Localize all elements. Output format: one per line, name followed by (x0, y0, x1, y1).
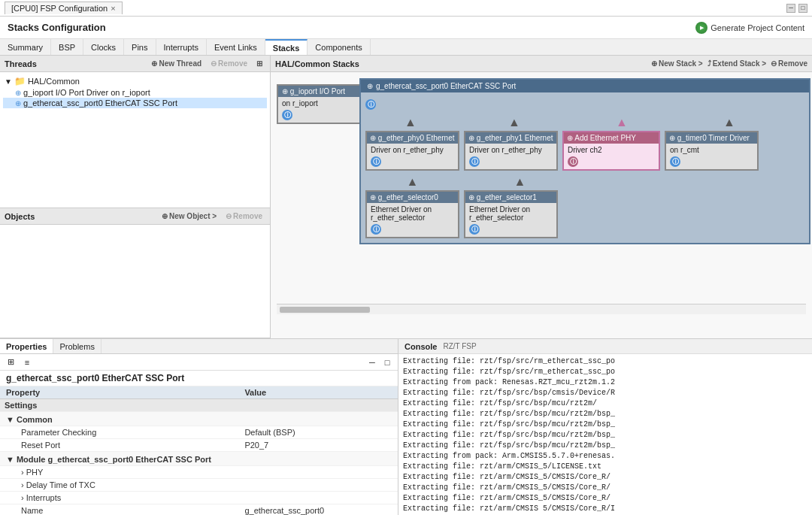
scrollbar-thumb[interactable] (280, 307, 370, 313)
generate-project-content-button[interactable]: Generate Project Content (695, 22, 804, 34)
properties-table: Property Value Settings ▼ Common (0, 386, 398, 515)
folder-icon: 📁 (14, 76, 26, 86)
threads-layout-button[interactable]: ⊞ (253, 58, 265, 69)
stacks-canvas[interactable]: ⊕ g_ioport I/O Port on r_ioport ⓘ ⊕ g_et… (271, 72, 812, 338)
props-icon-1[interactable]: ⊞ (5, 356, 17, 368)
tab-properties[interactable]: Properties (0, 339, 53, 353)
new-object-button[interactable]: ⊕ New Object > (159, 211, 220, 222)
maximize-button[interactable]: □ (798, 4, 807, 13)
name-row[interactable]: Name g_ethercat_ssc_port0 (0, 504, 398, 516)
interrupts-row[interactable]: › Interrupts (0, 492, 398, 504)
ethercat-main-node[interactable]: ⊕ g_ethercat_ssc_port0 EtherCAT SSC Port… (359, 78, 810, 244)
remove-stack-button[interactable]: ⊖ Remove (771, 59, 807, 68)
delay-row[interactable]: › Delay Time of TXC (0, 479, 398, 492)
remove-thread-icon: ⊖ (211, 59, 217, 68)
phy1-title: ⊕ g_ether_phy1 Ethernet (465, 132, 556, 144)
canvas-scrollbar[interactable] (277, 304, 806, 314)
title-bar: [CPU0] FSP Configuration × ─ □ (0, 0, 812, 17)
page-title: Stacks Configuration (8, 22, 106, 33)
phy1-info[interactable]: ⓘ (469, 156, 480, 167)
addphy-info[interactable]: ⓘ (568, 156, 578, 167)
threads-buttons: ⊕ New Thread ⊖ Remove ⊞ (148, 58, 265, 69)
extend-stack-button[interactable]: ⤴ Extend Stack > (707, 59, 766, 68)
console-panel: Console RZ/T FSP Extracting file: rzt/fs… (398, 339, 812, 515)
phy0-body: Driver on r_ether_phy ⓘ (367, 144, 458, 169)
ioport-info[interactable]: ⓘ (282, 110, 292, 120)
param-checking-row[interactable]: Parameter Checking Default (BSP) (0, 426, 398, 439)
phy-row[interactable]: › PHY (0, 466, 398, 479)
phy0-info[interactable]: ⓘ (371, 156, 381, 167)
module-name-label: Name (0, 504, 238, 516)
tab-bar: Summary BSP Clocks Pins Interrupts Event… (0, 39, 812, 56)
selector1-node[interactable]: ⊕ g_ether_selector1 Ethernet Driver on r… (464, 190, 558, 238)
objects-header: Objects ⊕ New Object > ⊖ Remove (0, 208, 270, 225)
console-content[interactable]: Extracting file: rzt/fsp/src/rm_ethercat… (398, 354, 812, 515)
tree-item-ioport[interactable]: ⊕ g_ioport I/O Port Driver on r_ioport (3, 87, 267, 98)
module-collapse-arrow[interactable]: ▼ (6, 455, 17, 464)
console-header: Console RZ/T FSP (398, 339, 812, 354)
threads-section: Threads ⊕ New Thread ⊖ Remove ⊞ ▼ 📁 (0, 56, 270, 208)
tab-interrupts[interactable]: Interrupts (156, 39, 207, 55)
reset-port-value: P20_7 (238, 439, 398, 452)
phy1-node[interactable]: ⊕ g_ether_phy1 Ethernet Driver on r_ethe… (464, 131, 558, 171)
addphy-node[interactable]: ⊕ Add Ethernet PHY Driver ch2 ⓘ (562, 131, 660, 171)
timer0-node[interactable]: ⊕ g_timer0 Timer Driver on r_cmt ⓘ (665, 131, 759, 171)
ethercat-info[interactable]: ⓘ (365, 99, 376, 110)
phy0-node[interactable]: ⊕ g_ether_phy0 Ethernet Driver on r_ethe… (365, 131, 459, 171)
tab-summary[interactable]: Summary (0, 39, 51, 55)
delay-value (238, 479, 398, 492)
tab-event-links[interactable]: Event Links (207, 39, 265, 55)
reset-port-row[interactable]: Reset Port P20_7 (0, 439, 398, 452)
tab-bsp[interactable]: BSP (51, 39, 83, 55)
tab-clocks[interactable]: Clocks (83, 39, 124, 55)
interrupts-expand-arrow[interactable]: › (21, 493, 26, 502)
common-collapse-arrow[interactable]: ▼ (6, 415, 17, 424)
title-tab-label: [CPU0] FSP Configuration (11, 4, 108, 13)
properties-panel: Properties Problems ⊞ ≡ ─ □ g_ethercat_s… (0, 339, 398, 515)
tab-problems[interactable]: Problems (53, 339, 101, 353)
delay-expand-arrow[interactable]: › (21, 480, 26, 489)
new-object-icon: ⊕ (162, 212, 168, 220)
addphy-body: Driver ch2 ⓘ (564, 144, 659, 169)
timer0-icon: ⊕ (669, 134, 675, 142)
properties-toolbar: ⊞ ≡ ─ □ (0, 354, 398, 371)
props-minimize-btn[interactable]: ─ (366, 356, 378, 368)
selector0-node[interactable]: ⊕ g_ether_selector0 Ethernet Driver on r… (365, 190, 459, 238)
minimize-button[interactable]: ─ (786, 4, 795, 13)
new-thread-button[interactable]: ⊕ New Thread (148, 58, 205, 69)
properties-tabs: Properties Problems (0, 339, 398, 354)
tab-stacks[interactable]: Stacks (265, 39, 308, 55)
arrow-row2: ▲ ▲ (365, 175, 804, 189)
tab-components[interactable]: Components (308, 39, 370, 55)
close-tab-button[interactable]: × (111, 4, 115, 13)
tree-item-ethercat[interactable]: ⊕ g_ethercat_ssc_port0 EtherCAT SSC Port (3, 98, 267, 108)
phy-expand-arrow[interactable]: › (21, 468, 26, 477)
ethercat-main-body: ⓘ ▲ ▲ ▲ ▲ (361, 92, 809, 243)
selector1-info[interactable]: ⓘ (469, 224, 480, 235)
phy0-title: ⊕ g_ether_phy0 Ethernet (367, 132, 458, 144)
new-stack-button[interactable]: ⊕ New Stack > (651, 59, 703, 68)
canvas-inner: ⊕ g_ioport I/O Port on r_ioport ⓘ ⊕ g_et… (277, 78, 803, 304)
tab-pins[interactable]: Pins (124, 39, 156, 55)
title-tab[interactable]: [CPU0] FSP Configuration × (5, 2, 123, 14)
window-controls: ─ □ (786, 4, 807, 13)
phy1-body: Driver on r_ether_phy ⓘ (465, 144, 556, 169)
remove-thread-button[interactable]: ⊖ Remove (208, 58, 250, 69)
console-line: Extracting file: rzt/fsp/src/rm_ethercat… (403, 367, 807, 377)
tree-item-halcommon[interactable]: ▼ 📁 HAL/Common (3, 75, 267, 87)
arrow2: ▲ (469, 116, 559, 129)
remove-object-button[interactable]: ⊖ Remove (223, 211, 265, 222)
ioport-node[interactable]: ⊕ g_ioport I/O Port on r_ioport ⓘ (277, 84, 363, 124)
props-icon-2[interactable]: ≡ (21, 356, 33, 368)
props-maximize-btn[interactable]: □ (381, 356, 393, 368)
timer0-info[interactable]: ⓘ (670, 156, 680, 167)
arrow3-pink: ▲ (573, 116, 671, 129)
objects-section: Objects ⊕ New Object > ⊖ Remove (0, 208, 270, 338)
props-right-icons: ─ □ (366, 356, 393, 368)
phy1-icon: ⊕ (468, 134, 474, 142)
selector0-info[interactable]: ⓘ (371, 224, 381, 235)
phy-value (238, 466, 398, 479)
remove-object-icon: ⊖ (226, 212, 232, 220)
console-line: Extracting file: rzt/fsp/src/bsp/mcu/rzt… (403, 409, 807, 420)
arrow4: ▲ (684, 116, 774, 129)
